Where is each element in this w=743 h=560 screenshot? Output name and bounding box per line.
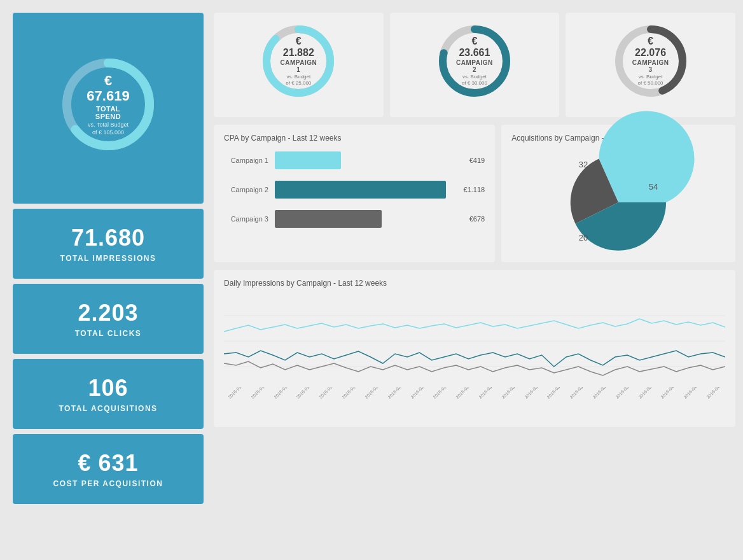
campaign3-sub: vs. Budget	[632, 74, 670, 80]
cpa-bar-chart: CPA by Campaign - Last 12 weeks Campaign…	[214, 125, 495, 262]
x-label-17: 2016-03-23	[592, 387, 611, 400]
x-label-18: 2016-03-27	[615, 387, 634, 400]
bar-value-2: €1.118	[464, 186, 485, 193]
x-label-19: 2016-03-31	[637, 387, 656, 400]
campaign2-name: CAMPAIGN 2	[455, 60, 494, 74]
line-chart-svg	[224, 297, 725, 386]
campaign3-text: € 22.076 CAMPAIGN 3 vs. Budget of € 50.0…	[632, 36, 670, 86]
line-campaign1	[224, 319, 725, 332]
acquisitions-value: 106	[88, 375, 128, 402]
x-label-21: 2016-04-08	[683, 387, 702, 400]
x-label-14: 2016-03-11	[524, 387, 543, 400]
x-label-20: 2016-04-04	[660, 387, 679, 400]
x-label-22: 2016-04-12	[705, 387, 725, 400]
bar-track-1	[275, 151, 464, 169]
campaign3-card: € 22.076 CAMPAIGN 3 vs. Budget of € 50.0…	[566, 13, 735, 117]
campaign1-budget: of € 25.000	[279, 81, 317, 87]
campaign1-donut: € 21.882 CAMPAIGN 1 vs. Budget of € 25.0…	[260, 23, 337, 99]
campaign1-name: CAMPAIGN 1	[279, 60, 317, 74]
bar-row-1: Campaign 1 €419	[224, 151, 485, 169]
campaign3-donut: € 22.076 CAMPAIGN 3 vs. Budget of € 50.0…	[613, 23, 689, 99]
acquisitions-tile: 106 TOTAL ACQUISITIONS	[13, 359, 204, 429]
bar-fill-2	[275, 181, 446, 199]
bar-fill-3	[275, 210, 382, 228]
campaign1-amount: € 21.882	[279, 36, 317, 58]
cpa-chart-title: CPA by Campaign - Last 12 weeks	[224, 134, 485, 143]
x-label-15: 2016-03-15	[546, 387, 566, 400]
line-chart-box: Daily Impressions by Campaign - Last 12 …	[214, 270, 735, 427]
x-label-16: 2016-03-19	[569, 387, 588, 400]
campaign2-donut: € 23.661 CAMPAIGN 2 vs. Budget of € 30.0…	[436, 23, 513, 99]
bar-label-3: Campaign 3	[224, 215, 275, 223]
bar-label-1: Campaign 1	[224, 157, 275, 164]
campaign2-text: € 23.661 CAMPAIGN 2 vs. Budget of € 30.0…	[455, 36, 494, 86]
campaign1-sub: vs. Budget	[279, 74, 317, 80]
bar-row-2: Campaign 2 €1.118	[224, 181, 485, 199]
line-chart-title: Daily Impressions by Campaign - Last 12 …	[224, 279, 725, 288]
x-axis-container: 2016-01-21 2016-01-23 2016-01-27 2016-01…	[224, 387, 725, 422]
clicks-label: TOTAL CLICKS	[75, 329, 142, 338]
bar-value-1: €419	[469, 157, 485, 164]
bar-value-3: €678	[469, 215, 485, 223]
cpa-value: € 631	[78, 450, 138, 477]
acquisitions-label: TOTAL ACQUISITIONS	[59, 404, 157, 413]
pie-label-54: 54	[649, 182, 658, 192]
x-label-7: 2016-02-12	[364, 387, 383, 400]
x-label-13: 2016-03-07	[501, 387, 520, 400]
total-spend-amount: € 67.619	[83, 73, 134, 104]
x-label-6: 2016-02-08	[341, 387, 360, 400]
campaign3-name: CAMPAIGN 3	[632, 60, 670, 74]
sidebar: € 67.619 TOTAL SPEND vs. Total Budget of…	[13, 13, 204, 547]
line-campaign2	[224, 351, 725, 367]
campaign1-text: € 21.882 CAMPAIGN 1 vs. Budget of € 25.0…	[279, 36, 317, 86]
pie-label-32: 32	[579, 160, 588, 169]
impressions-value: 71.680	[71, 225, 145, 251]
campaign2-amount: € 23.661	[455, 36, 494, 58]
total-spend-sub1: vs. Total Budget	[83, 122, 134, 128]
x-label-3: 2016-01-27	[273, 387, 292, 400]
cpa-tile: € 631 COST PER ACQUISITION	[13, 434, 204, 504]
charts-row: CPA by Campaign - Last 12 weeks Campaign…	[214, 125, 735, 262]
pie-label-20: 20	[579, 233, 588, 242]
campaign3-budget: of € 50.000	[632, 81, 670, 87]
clicks-tile: 2.203 TOTAL CLICKS	[13, 284, 204, 354]
x-label-4: 2016-01-31	[296, 387, 315, 400]
campaign2-budget: of € 30.000	[455, 81, 494, 87]
bar-track-3	[275, 210, 464, 228]
total-spend-donut: € 67.619 TOTAL SPEND vs. Total Budget of…	[57, 53, 159, 155]
campaign2-card: € 23.661 CAMPAIGN 2 vs. Budget of € 30.0…	[390, 13, 560, 117]
x-label-2: 2016-01-23	[250, 387, 269, 400]
acquisitions-pie-chart: Acquisitions by Campaign - Last 12 weeks…	[501, 125, 735, 262]
clicks-value: 2.203	[78, 300, 138, 326]
campaign-row: € 21.882 CAMPAIGN 1 vs. Budget of € 25.0…	[214, 13, 735, 117]
impressions-tile: 71.680 TOTAL IMPRESSIONS	[13, 209, 204, 279]
bar-fill-1	[275, 151, 341, 169]
x-label-8: 2016-02-16	[387, 387, 406, 400]
bar-track-2	[275, 181, 459, 199]
x-label-5: 2016-02-04	[318, 387, 337, 400]
campaign1-card: € 21.882 CAMPAIGN 1 vs. Budget of € 25.0…	[214, 13, 384, 117]
pie-svg: 54 32 20	[561, 151, 676, 253]
x-label-11: 2016-02-28	[455, 387, 474, 400]
pie-container: 54 32 20	[511, 151, 725, 253]
x-label-12: 2016-03-03	[478, 387, 497, 400]
bar-row-3: Campaign 3 €678	[224, 210, 485, 228]
total-spend-sub2: of € 105.000	[83, 129, 134, 136]
bar-label-2: Campaign 2	[224, 186, 275, 193]
campaign3-amount: € 22.076	[632, 36, 670, 58]
total-spend-tile: € 67.619 TOTAL SPEND vs. Total Budget of…	[13, 13, 204, 204]
x-label-10: 2016-02-24	[433, 387, 452, 400]
line-campaign3	[224, 361, 725, 375]
x-label-1: 2016-01-21	[227, 387, 246, 400]
cpa-label: COST PER ACQUISITION	[53, 479, 163, 488]
main-content: € 21.882 CAMPAIGN 1 vs. Budget of € 25.0…	[214, 13, 735, 547]
total-spend-label: TOTAL SPEND	[83, 105, 134, 120]
x-label-9: 2016-02-20	[410, 387, 429, 400]
campaign2-sub: vs. Budget	[455, 74, 494, 80]
total-spend-text: € 67.619 TOTAL SPEND vs. Total Budget of…	[83, 73, 134, 136]
impressions-label: TOTAL IMPRESSIONS	[60, 254, 156, 263]
